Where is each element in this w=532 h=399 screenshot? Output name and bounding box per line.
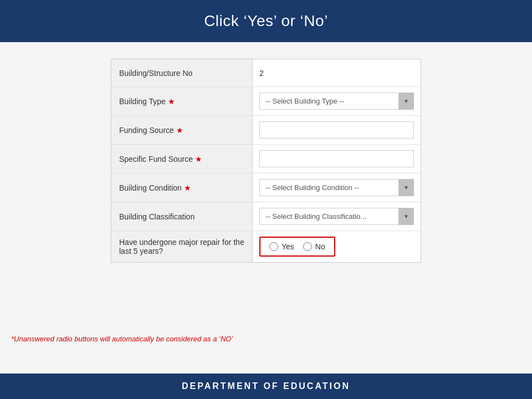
major-repair-row: Have undergone major repair for the last… bbox=[111, 231, 421, 262]
building-structure-value: 2 bbox=[253, 59, 421, 86]
major-repair-yes-label: Yes bbox=[282, 242, 294, 251]
form-container: Building/Structure No 2 Building Type ★ … bbox=[111, 59, 421, 263]
building-type-select-wrapper: -- Select Building Type -- ▼ bbox=[259, 93, 414, 110]
page-footer: Department of Education bbox=[0, 374, 532, 399]
building-type-required: ★ bbox=[168, 97, 175, 106]
funding-source-required: ★ bbox=[176, 126, 183, 135]
major-repair-no-radio[interactable] bbox=[303, 242, 312, 251]
major-repair-yes-option[interactable]: Yes bbox=[269, 242, 294, 251]
specific-fund-source-input[interactable] bbox=[259, 150, 414, 167]
major-repair-no-label: No bbox=[315, 242, 325, 251]
building-type-label: Building Type ★ bbox=[111, 87, 253, 115]
funding-source-value bbox=[253, 116, 421, 144]
building-condition-required: ★ bbox=[184, 183, 191, 192]
building-condition-value: -- Select Building Condition -- ▼ bbox=[253, 173, 421, 202]
building-classification-row: Building Classification -- Select Buildi… bbox=[111, 202, 421, 231]
specific-fund-source-required: ★ bbox=[195, 155, 202, 163]
specific-fund-source-label: Specific Fund Source ★ bbox=[111, 145, 253, 173]
building-classification-select[interactable]: -- Select Building Classificatio... bbox=[259, 208, 414, 225]
page-header: Click ‘Yes’ or ‘No’ bbox=[0, 0, 532, 42]
building-structure-row: Building/Structure No 2 bbox=[111, 59, 421, 87]
building-condition-label: Building Condition ★ bbox=[111, 173, 253, 202]
building-condition-select[interactable]: -- Select Building Condition -- bbox=[259, 179, 414, 196]
building-condition-select-wrapper: -- Select Building Condition -- ▼ bbox=[259, 179, 414, 196]
building-type-row: Building Type ★ -- Select Building Type … bbox=[111, 87, 421, 116]
building-type-select[interactable]: -- Select Building Type -- bbox=[259, 93, 414, 110]
specific-fund-source-row: Specific Fund Source ★ bbox=[111, 145, 421, 173]
building-classification-select-wrapper: -- Select Building Classificatio... ▼ bbox=[259, 208, 414, 225]
major-repair-label: Have undergone major repair for the last… bbox=[111, 231, 253, 262]
building-classification-value: -- Select Building Classificatio... ▼ bbox=[253, 202, 421, 231]
header-title: Click ‘Yes’ or ‘No’ bbox=[204, 12, 328, 29]
building-structure-label: Building/Structure No bbox=[111, 59, 253, 86]
building-classification-label: Building Classification bbox=[111, 202, 253, 231]
building-condition-row: Building Condition ★ -- Select Building … bbox=[111, 173, 421, 202]
main-content: Building/Structure No 2 Building Type ★ … bbox=[0, 42, 532, 374]
building-type-value: -- Select Building Type -- ▼ bbox=[253, 87, 421, 115]
unanswered-note: *Unanswered radio buttons will automatic… bbox=[11, 335, 233, 343]
specific-fund-source-value bbox=[253, 145, 421, 173]
major-repair-radio-group: Yes No bbox=[259, 237, 335, 257]
funding-source-label: Funding Source ★ bbox=[111, 116, 253, 144]
footer-text: Department of Education bbox=[182, 381, 350, 391]
funding-source-input[interactable] bbox=[259, 121, 414, 139]
major-repair-yes-radio[interactable] bbox=[269, 242, 278, 251]
major-repair-no-option[interactable]: No bbox=[303, 242, 325, 251]
funding-source-row: Funding Source ★ bbox=[111, 116, 421, 145]
major-repair-value: Yes No bbox=[253, 231, 421, 262]
